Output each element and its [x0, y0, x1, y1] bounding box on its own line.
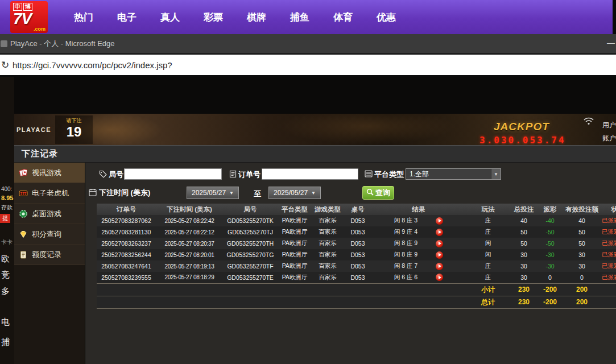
play-button[interactable] — [436, 251, 443, 259]
table-row: 2505270832870622025-05-27 08:22:42GD0532… — [97, 215, 616, 226]
logo-suffix: .com — [34, 26, 46, 32]
account-link[interactable]: 账户 — [602, 134, 616, 143]
nav-item-board[interactable]: 棋牌 — [247, 11, 266, 24]
cards-icon — [19, 168, 28, 177]
url-text[interactable]: https://gci.7vvvvvv.com/pc/pcv2/index.js… — [13, 60, 172, 70]
grandtotal-total-bet: 230 — [511, 296, 537, 308]
site-logo[interactable]: 申 博 7V .com — [10, 1, 48, 33]
cell-total-bet: 50 — [511, 226, 537, 238]
column-header: 局号 — [223, 204, 278, 215]
cell-play-type: 庄 — [465, 215, 511, 226]
screen: 申 博 7V .com 热门 电子 真人 彩票 棋牌 捕鱼 体育 优惠 Play… — [0, 0, 616, 364]
play-button[interactable] — [436, 217, 443, 225]
play-button[interactable] — [436, 240, 443, 247]
play-button[interactable] — [436, 274, 443, 281]
nav-item-promo[interactable]: 优惠 — [377, 11, 396, 24]
cell-payout: -50 — [537, 238, 563, 249]
nav-item-fishing[interactable]: 捕鱼 — [290, 11, 309, 24]
tag-icon — [99, 170, 107, 180]
platform-filter-label: 平台类型 — [365, 169, 404, 180]
play-button[interactable] — [436, 263, 443, 270]
cell-time: 2025-05-27 08:20:01 — [156, 249, 223, 260]
grandtotal-valid-bet: 200 — [563, 296, 601, 308]
bet-records-modal: 下注记录 视讯游戏777电子老虎机桌面游戏积分查询额度记录 局号 订单号 — [14, 145, 616, 364]
signal-icon — [583, 117, 596, 128]
nav-item-electronic[interactable]: 电子 — [117, 11, 137, 24]
cell-valid-bet: 30 — [563, 249, 601, 260]
sidebar-item-table-games[interactable]: 桌面游戏 — [14, 204, 85, 224]
table-games-icon — [19, 209, 28, 218]
sidebar-item-video-games[interactable]: 视讯游戏 — [14, 163, 85, 183]
cell-play-type: 庄 — [465, 272, 511, 283]
cell-game: 百家乐 — [312, 226, 344, 238]
subtotal-payout: -200 — [537, 283, 563, 296]
cell-result: 闲 6 庄 6 — [372, 272, 465, 283]
column-header: 总投注 — [511, 204, 537, 215]
result-text: 闲 8 庄 9 — [394, 239, 417, 246]
slot-icon: 777 — [19, 189, 28, 198]
jackpot-value: 3.030.053.74 — [479, 135, 566, 146]
column-header: 有效投注额 — [563, 204, 601, 215]
cell-order: 250527083247641 — [97, 260, 156, 272]
logo-text: 7V — [13, 10, 31, 28]
cell-order: 250527083256244 — [97, 249, 156, 260]
cell-payout: -50 — [537, 226, 563, 238]
column-header: 状态 — [601, 204, 616, 215]
cell-payout: -40 — [537, 215, 563, 226]
cell-round: GD053255270TH — [223, 238, 278, 249]
nav-menu: 热门 电子 真人 彩票 棋牌 捕鱼 体育 优惠 — [74, 11, 396, 24]
cell-time: 2025-05-27 08:22:42 — [156, 215, 223, 226]
subtotal-valid-bet: 200 — [563, 283, 601, 296]
round-input[interactable] — [124, 168, 222, 180]
top-nav: 申 博 7V .com 热门 电子 真人 彩票 棋牌 捕鱼 体育 优惠 — [0, 0, 616, 34]
column-header: 游戏类型 — [312, 204, 344, 215]
date-from-select[interactable]: 2025/05/27 — [187, 187, 239, 199]
nav-item-live[interactable]: 真人 — [160, 11, 180, 24]
bg-fragment: 存款 — [1, 204, 13, 212]
cell-total-bet: 50 — [511, 238, 537, 249]
cell-order: 250527083263237 — [97, 238, 156, 249]
result-text: 闲 9 庄 4 — [394, 228, 417, 235]
grandtotal-status-spacer — [601, 296, 616, 308]
sidebar-item-credit-records[interactable]: 额度记录 — [14, 245, 85, 265]
cell-table: D053 — [344, 272, 372, 283]
sidebar-item-points-query[interactable]: 积分查询 — [14, 224, 85, 245]
cell-table: D053 — [344, 260, 372, 272]
play-button[interactable] — [436, 229, 443, 236]
column-header: 结果 — [372, 204, 465, 215]
nav-item-hot[interactable]: 热门 — [74, 11, 93, 24]
cell-platform: PA欧洲厅 — [278, 215, 312, 226]
bet-time-label-text: 下注时间 (美东) — [99, 188, 150, 198]
sidebar-item-slot-machines[interactable]: 777电子老虎机 — [14, 183, 85, 204]
bet-records-main: 局号 订单号 平台类型 1.全部 — [85, 163, 616, 364]
cell-result: 闲 8 庄 7 — [372, 260, 465, 272]
order-input[interactable] — [262, 168, 358, 180]
sidebar-item-label: 积分查询 — [32, 229, 61, 239]
column-header: 桌号 — [344, 204, 372, 215]
bg-fragment: 电 — [1, 317, 10, 328]
minimize-button[interactable]: — — [606, 38, 615, 47]
sidebar-item-label: 桌面游戏 — [32, 209, 61, 219]
bet-time-label: 下注时间 (美东) — [89, 188, 150, 198]
jackpot-label: JACKPOT — [494, 121, 549, 133]
table-row: 2505270832562442025-05-27 08:20:01GD0532… — [97, 249, 616, 260]
user-link[interactable]: 用户 — [602, 121, 616, 130]
subtotal-label: 小计 — [465, 283, 511, 296]
nav-item-lottery[interactable]: 彩票 — [204, 11, 223, 24]
cell-status: 已派彩 — [601, 226, 616, 238]
nav-item-sports[interactable]: 体育 — [333, 11, 353, 24]
sidebar-item-label: 额度记录 — [32, 250, 61, 260]
cell-table: D053 — [344, 238, 372, 249]
bet-table-wrap: 订单号下注时间 (美东)局号平台类型游戏类型桌号结果玩法总投注派彩有效投注额状态… — [97, 204, 616, 309]
cell-time: 2025-05-27 08:18:29 — [156, 272, 223, 283]
cell-status: 已派彩 — [601, 272, 616, 283]
platform-select[interactable]: 1.全部 — [406, 168, 501, 180]
reload-icon[interactable] — [1, 59, 11, 71]
chevron-down-icon — [491, 169, 501, 179]
date-to-select[interactable]: 2025/05/27 — [268, 187, 321, 199]
cell-valid-bet: 40 — [563, 215, 601, 226]
query-button[interactable]: 查询 — [362, 186, 394, 200]
cell-round: GD053255270TE — [223, 272, 278, 283]
cell-play-type: 闲 — [465, 249, 511, 260]
cell-valid-bet: 50 — [563, 238, 601, 249]
